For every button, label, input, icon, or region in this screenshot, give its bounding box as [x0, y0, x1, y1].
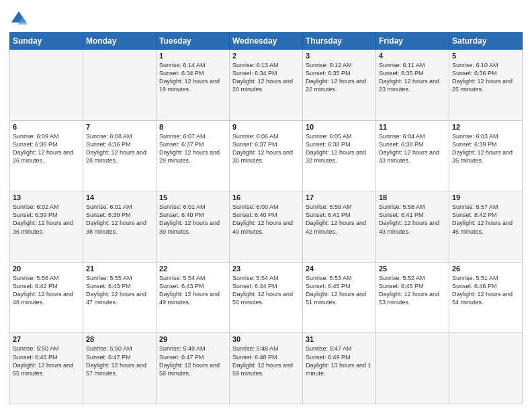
calendar-cell: 6Sunrise: 6:09 AMSunset: 6:36 PMDaylight… — [10, 120, 83, 191]
day-info: Sunrise: 6:12 AMSunset: 6:35 PMDaylight:… — [306, 61, 373, 94]
day-info: Sunrise: 5:49 AMSunset: 6:47 PMDaylight:… — [159, 345, 226, 377]
day-info: Sunrise: 6:14 AMSunset: 6:34 PMDaylight:… — [159, 61, 226, 94]
calendar-cell — [83, 50, 157, 121]
calendar-cell: 9Sunrise: 6:06 AMSunset: 6:37 PMDaylight… — [230, 120, 303, 191]
calendar-week-3: 13Sunrise: 6:02 AMSunset: 6:39 PMDayligh… — [10, 191, 523, 263]
calendar-cell: 22Sunrise: 5:54 AMSunset: 6:43 PMDayligh… — [157, 262, 230, 333]
day-number: 18 — [379, 193, 446, 201]
day-number: 27 — [13, 335, 80, 343]
day-number: 22 — [159, 265, 226, 273]
day-number: 23 — [232, 265, 300, 273]
day-info: Sunrise: 6:01 AMSunset: 6:39 PMDaylight:… — [86, 203, 153, 236]
calendar-cell: 1Sunrise: 6:14 AMSunset: 6:34 PMDaylight… — [157, 50, 230, 121]
calendar-cell — [10, 50, 83, 121]
day-number: 4 — [379, 52, 446, 60]
weekday-friday: Friday — [376, 33, 449, 50]
day-number: 11 — [379, 123, 446, 131]
day-number: 17 — [306, 193, 373, 201]
day-number: 31 — [306, 335, 373, 343]
day-info: Sunrise: 6:06 AMSunset: 6:37 PMDaylight:… — [232, 132, 300, 165]
calendar-cell: 31Sunrise: 5:47 AMSunset: 6:49 PMDayligh… — [303, 333, 376, 404]
calendar: SundayMondayTuesdayWednesdayThursdayFrid… — [9, 32, 523, 404]
calendar-cell: 29Sunrise: 5:49 AMSunset: 6:47 PMDayligh… — [157, 333, 230, 404]
calendar-cell: 3Sunrise: 6:12 AMSunset: 6:35 PMDaylight… — [303, 50, 376, 121]
day-number: 5 — [452, 52, 519, 60]
page: SundayMondayTuesdayWednesdayThursdayFrid… — [0, 0, 532, 411]
day-number: 10 — [306, 123, 373, 131]
day-number: 2 — [232, 52, 300, 60]
day-number: 30 — [232, 335, 300, 343]
calendar-cell: 27Sunrise: 5:50 AMSunset: 6:46 PMDayligh… — [10, 333, 83, 404]
header — [9, 7, 523, 28]
weekday-wednesday: Wednesday — [230, 33, 303, 50]
calendar-cell: 15Sunrise: 6:01 AMSunset: 6:40 PMDayligh… — [157, 191, 230, 263]
calendar-cell: 13Sunrise: 6:02 AMSunset: 6:39 PMDayligh… — [10, 191, 83, 263]
logo — [9, 9, 30, 28]
calendar-cell: 5Sunrise: 6:10 AMSunset: 6:36 PMDaylight… — [449, 50, 523, 121]
day-number: 28 — [86, 335, 153, 343]
day-info: Sunrise: 6:10 AMSunset: 6:36 PMDaylight:… — [452, 61, 519, 94]
calendar-cell: 19Sunrise: 5:57 AMSunset: 6:42 PMDayligh… — [449, 191, 523, 263]
calendar-cell: 8Sunrise: 6:07 AMSunset: 6:37 PMDaylight… — [157, 120, 230, 191]
day-info: Sunrise: 5:50 AMSunset: 6:47 PMDaylight:… — [86, 345, 153, 377]
calendar-cell: 20Sunrise: 5:56 AMSunset: 6:42 PMDayligh… — [10, 262, 83, 333]
day-number: 7 — [86, 123, 153, 131]
day-number: 29 — [159, 335, 226, 343]
calendar-cell: 28Sunrise: 5:50 AMSunset: 6:47 PMDayligh… — [83, 333, 157, 404]
day-number: 3 — [306, 52, 373, 60]
calendar-body: 1Sunrise: 6:14 AMSunset: 6:34 PMDaylight… — [10, 50, 523, 404]
day-number: 13 — [13, 193, 80, 201]
day-number: 20 — [13, 265, 80, 273]
day-info: Sunrise: 6:08 AMSunset: 6:36 PMDaylight:… — [86, 132, 153, 165]
calendar-cell: 10Sunrise: 6:05 AMSunset: 6:38 PMDayligh… — [303, 120, 376, 191]
day-number: 9 — [232, 123, 300, 131]
weekday-monday: Monday — [83, 33, 157, 50]
calendar-cell: 12Sunrise: 6:03 AMSunset: 6:39 PMDayligh… — [449, 120, 523, 191]
day-info: Sunrise: 6:02 AMSunset: 6:39 PMDaylight:… — [13, 203, 80, 236]
day-info: Sunrise: 5:52 AMSunset: 6:45 PMDaylight:… — [379, 274, 446, 307]
day-info: Sunrise: 6:01 AMSunset: 6:40 PMDaylight:… — [159, 203, 226, 236]
day-number: 1 — [159, 52, 226, 60]
day-number: 14 — [86, 193, 153, 201]
calendar-header: SundayMondayTuesdayWednesdayThursdayFrid… — [10, 33, 523, 50]
day-info: Sunrise: 6:13 AMSunset: 6:34 PMDaylight:… — [232, 61, 300, 94]
day-info: Sunrise: 5:57 AMSunset: 6:42 PMDaylight:… — [452, 203, 519, 236]
calendar-cell: 30Sunrise: 5:48 AMSunset: 6:48 PMDayligh… — [230, 333, 303, 404]
day-number: 25 — [379, 265, 446, 273]
calendar-week-2: 6Sunrise: 6:09 AMSunset: 6:36 PMDaylight… — [10, 120, 523, 191]
calendar-cell: 14Sunrise: 6:01 AMSunset: 6:39 PMDayligh… — [83, 191, 157, 263]
calendar-week-1: 1Sunrise: 6:14 AMSunset: 6:34 PMDaylight… — [10, 50, 523, 121]
calendar-cell: 2Sunrise: 6:13 AMSunset: 6:34 PMDaylight… — [230, 50, 303, 121]
day-info: Sunrise: 5:58 AMSunset: 6:41 PMDaylight:… — [379, 203, 446, 236]
day-info: Sunrise: 5:51 AMSunset: 6:46 PMDaylight:… — [452, 274, 519, 307]
calendar-cell: 7Sunrise: 6:08 AMSunset: 6:36 PMDaylight… — [83, 120, 157, 191]
weekday-saturday: Saturday — [449, 33, 523, 50]
weekday-header-row: SundayMondayTuesdayWednesdayThursdayFrid… — [10, 33, 523, 50]
calendar-cell: 25Sunrise: 5:52 AMSunset: 6:45 PMDayligh… — [376, 262, 449, 333]
calendar-cell: 23Sunrise: 5:54 AMSunset: 6:44 PMDayligh… — [230, 262, 303, 333]
calendar-cell: 21Sunrise: 5:55 AMSunset: 6:43 PMDayligh… — [83, 262, 157, 333]
calendar-cell: 18Sunrise: 5:58 AMSunset: 6:41 PMDayligh… — [376, 191, 449, 263]
day-number: 12 — [452, 123, 519, 131]
calendar-week-4: 20Sunrise: 5:56 AMSunset: 6:42 PMDayligh… — [10, 262, 523, 333]
day-number: 21 — [86, 265, 153, 273]
weekday-thursday: Thursday — [303, 33, 376, 50]
day-info: Sunrise: 6:05 AMSunset: 6:38 PMDaylight:… — [306, 132, 373, 165]
day-info: Sunrise: 5:54 AMSunset: 6:43 PMDaylight:… — [159, 274, 226, 307]
day-info: Sunrise: 5:47 AMSunset: 6:49 PMDaylight:… — [306, 345, 373, 377]
day-info: Sunrise: 6:00 AMSunset: 6:40 PMDaylight:… — [232, 203, 300, 236]
day-info: Sunrise: 6:04 AMSunset: 6:38 PMDaylight:… — [379, 132, 446, 165]
weekday-tuesday: Tuesday — [157, 33, 230, 50]
calendar-cell: 26Sunrise: 5:51 AMSunset: 6:46 PMDayligh… — [449, 262, 523, 333]
day-number: 15 — [159, 193, 226, 201]
day-number: 26 — [452, 265, 519, 273]
calendar-week-5: 27Sunrise: 5:50 AMSunset: 6:46 PMDayligh… — [10, 333, 523, 404]
day-info: Sunrise: 6:07 AMSunset: 6:37 PMDaylight:… — [159, 132, 226, 165]
day-number: 6 — [13, 123, 80, 131]
calendar-cell: 17Sunrise: 5:59 AMSunset: 6:41 PMDayligh… — [303, 191, 376, 263]
calendar-cell: 16Sunrise: 6:00 AMSunset: 6:40 PMDayligh… — [230, 191, 303, 263]
day-number: 8 — [159, 123, 226, 131]
day-info: Sunrise: 6:11 AMSunset: 6:35 PMDaylight:… — [379, 61, 446, 94]
calendar-cell — [449, 333, 523, 404]
day-info: Sunrise: 5:54 AMSunset: 6:44 PMDaylight:… — [232, 274, 300, 307]
